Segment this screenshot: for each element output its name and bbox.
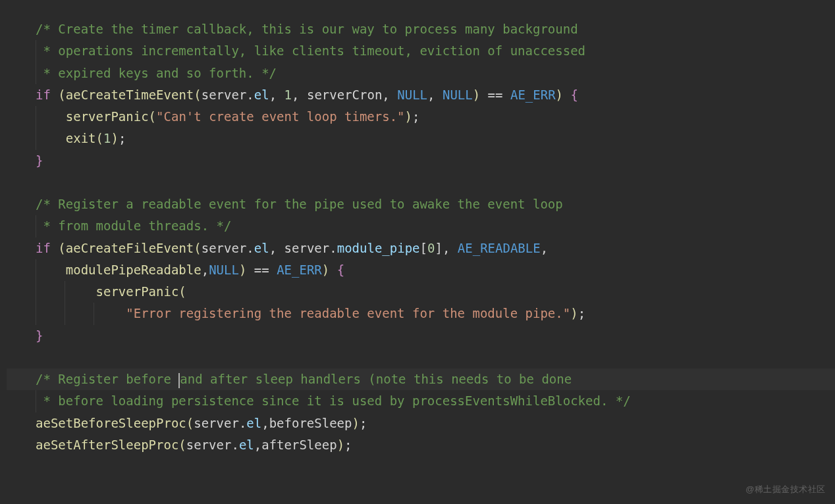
code-line: if (aeCreateTimeEvent(server.el, 1, serv… [7, 84, 835, 106]
watermark-text: @稀土掘金技术社区 [745, 482, 826, 497]
code-line: /* Register a readable event for the pip… [7, 193, 835, 215]
code-line: * expired keys and so forth. */ [7, 63, 835, 84]
code-line: /* Create the timer callback, this is ou… [7, 18, 835, 40]
func-call: aeCreateTimeEvent [66, 88, 194, 102]
code-line: * from module threads. */ [7, 215, 835, 237]
comment-text: and after sleep handlers (note this need… [180, 372, 572, 386]
code-line: serverPanic("Can't create event loop tim… [7, 106, 835, 128]
code-line: aeSetAfterSleepProc(server.el,afterSleep… [7, 434, 835, 456]
keyword-if: if [36, 88, 51, 102]
string-literal: "Error registering the readable event fo… [126, 306, 570, 320]
comment-text: * expired keys and so forth. */ [36, 66, 277, 80]
func-call: aeSetBeforeSleepProc [36, 416, 186, 430]
comment-text: /* Register a readable event for the pip… [36, 197, 563, 211]
comment-text: * from module threads. */ [36, 218, 231, 233]
code-line: if (aeCreateFileEvent(server.el, server.… [7, 238, 835, 259]
code-line: * before loading persistence since it is… [7, 390, 835, 412]
code-line: serverPanic( [7, 281, 835, 303]
comment-text: * operations incrementally, like clients… [36, 43, 585, 58]
func-call: modulePipeReadable [66, 263, 202, 277]
blank-line [7, 172, 835, 193]
comment-text: /* Create the timer callback, this is ou… [36, 22, 578, 36]
func-call: aeCreateFileEvent [66, 241, 194, 255]
code-line: "Error registering the readable event fo… [7, 303, 835, 324]
func-call: serverPanic [66, 109, 149, 124]
comment-text: /* Register before [36, 372, 178, 386]
blank-line [7, 347, 835, 368]
code-editor[interactable]: /* Create the timer callback, this is ou… [0, 0, 835, 474]
code-line: modulePipeReadable,NULL) == AE_ERR) { [7, 259, 835, 281]
func-call: serverPanic [96, 284, 179, 299]
keyword-if: if [36, 241, 51, 255]
code-line: exit(1); [7, 128, 835, 149]
func-call: aeSetAfterSleepProc [36, 438, 178, 452]
code-line: } [7, 325, 835, 347]
code-line: } [7, 150, 835, 172]
string-literal: "Can't create event loop timers." [156, 109, 405, 124]
comment-text: * before loading persistence since it is… [36, 393, 631, 408]
code-line: * operations incrementally, like clients… [7, 40, 835, 62]
text-cursor [178, 373, 180, 388]
code-line-active: /* Register before and after sleep handl… [7, 368, 835, 390]
func-call: exit [66, 131, 96, 145]
code-line: aeSetBeforeSleepProc(server.el,beforeSle… [7, 413, 835, 434]
